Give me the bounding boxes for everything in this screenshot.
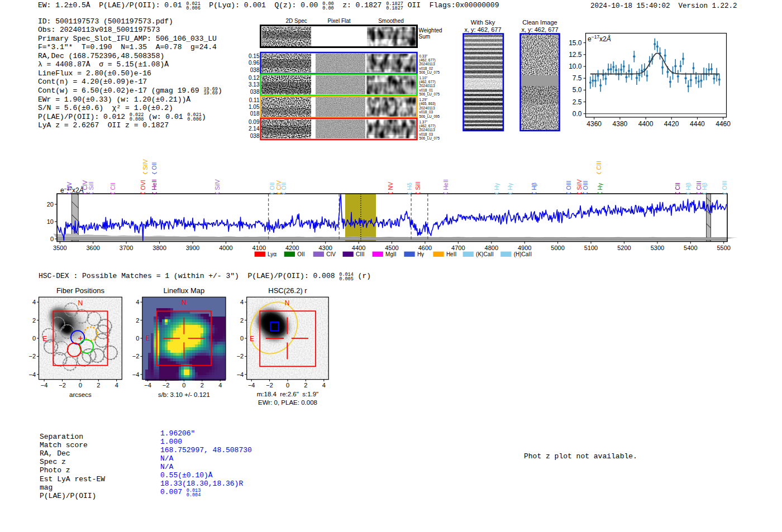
svg-text:5300: 5300 — [651, 245, 664, 251]
svg-text:2: 2 — [32, 317, 36, 324]
svg-text:OII: OII — [297, 251, 304, 257]
svg-text:5400: 5400 — [684, 245, 697, 251]
svg-text:−4: −4 — [28, 371, 36, 378]
svg-text:Pixel Flat: Pixel Flat — [327, 18, 350, 24]
svg-text:4440: 4440 — [690, 120, 705, 128]
svg-text:4500: 4500 — [385, 245, 398, 251]
svg-text:4: 4 — [136, 299, 139, 305]
svg-text:−4: −4 — [237, 371, 244, 378]
svg-text:Hβ: Hβ — [701, 183, 708, 190]
svg-text:Smoothed: Smoothed — [378, 18, 404, 24]
svg-text:EWr: 0, PLAE: 0.008: EWr: 0, PLAE: 0.008 — [258, 399, 317, 406]
svg-text:4420: 4420 — [664, 120, 679, 128]
svg-text:4: 4 — [32, 299, 36, 305]
svg-text:4000: 4000 — [219, 245, 232, 251]
svg-text:2: 2 — [304, 382, 307, 389]
svg-text:4400: 4400 — [638, 120, 654, 128]
svg-text:OIII: OIII — [721, 181, 728, 190]
svg-text:4: 4 — [115, 382, 118, 389]
svg-text:5100: 5100 — [584, 245, 598, 251]
svg-text:SiIV: SiIV — [142, 159, 149, 170]
svg-text:NV: NV — [387, 182, 394, 190]
svg-text:2.5: 2.5 — [573, 98, 582, 106]
svg-text:0.12: 0.12 — [249, 75, 260, 81]
svg-text:Sum: Sum — [419, 33, 431, 40]
svg-text:10.0: 10.0 — [569, 63, 582, 70]
svg-text:038: 038 — [250, 133, 260, 139]
svg-text:Hβ: Hβ — [685, 183, 692, 190]
svg-text:3500: 3500 — [53, 245, 66, 251]
svg-text:3700: 3700 — [120, 245, 133, 251]
svg-text:(K)CaII: (K)CaII — [476, 251, 494, 257]
svg-text:15.0: 15.0 — [569, 39, 582, 47]
svg-text:CII: CII — [674, 183, 681, 190]
svg-text:3600: 3600 — [86, 245, 99, 251]
svg-text:HeII: HeII — [442, 179, 449, 190]
svg-text:4600: 4600 — [418, 245, 432, 251]
svg-text:7.5: 7.5 — [573, 74, 582, 82]
svg-text:NV: NV — [66, 182, 73, 190]
svg-text:12.5: 12.5 — [569, 51, 582, 59]
svg-text:E: E — [146, 334, 150, 342]
svg-text:Clean Image: Clean Image — [522, 19, 557, 26]
svg-text:SiII: SiII — [88, 181, 94, 190]
svg-text:10: 10 — [47, 218, 54, 225]
svg-text:CIII: CIII — [356, 251, 365, 257]
svg-text:−2: −2 — [266, 382, 273, 389]
svg-text:arcsecs: arcsecs — [69, 391, 92, 398]
svg-text:Weighted: Weighted — [419, 27, 442, 33]
svg-text:5000: 5000 — [551, 245, 564, 251]
svg-text:0.0: 0.0 — [573, 110, 582, 118]
svg-text:0.15: 0.15 — [249, 53, 260, 59]
svg-text:OIII: OIII — [565, 181, 572, 190]
svg-text:20: 20 — [47, 201, 54, 208]
svg-text:1.29": 1.29" — [419, 98, 428, 102]
svg-text:2: 2 — [136, 317, 139, 324]
svg-text:CIII: CIII — [595, 161, 602, 170]
svg-text:OIII: OIII — [582, 181, 589, 190]
svg-text:−4: −4 — [41, 382, 48, 389]
svg-text:HSC(26.2) r: HSC(26.2) r — [268, 286, 307, 295]
svg-text:OII: OII — [269, 182, 275, 190]
svg-text:0: 0 — [50, 236, 54, 242]
svg-text:Hγ: Hγ — [417, 251, 424, 257]
svg-text:4700: 4700 — [451, 245, 465, 251]
svg-text:4: 4 — [322, 382, 326, 389]
svg-text:MgII: MgII — [385, 251, 396, 257]
svg-text:4900: 4900 — [518, 245, 531, 251]
svg-text:OII: OII — [151, 162, 158, 170]
svg-text:−4: −4 — [132, 371, 140, 378]
svg-text:0.11: 0.11 — [249, 97, 260, 103]
svg-text:SiII: SiII — [414, 181, 421, 190]
svg-text:E: E — [42, 335, 47, 343]
svg-text:2D Spec: 2D Spec — [286, 18, 307, 24]
svg-text:0: 0 — [182, 382, 185, 389]
svg-text:Lineflux Map: Lineflux Map — [164, 286, 205, 295]
svg-text:(H)CaII: (H)CaII — [514, 251, 532, 257]
svg-text:4100: 4100 — [252, 245, 266, 251]
svg-text:HeII: HeII — [446, 251, 456, 257]
svg-text:4800: 4800 — [485, 245, 498, 251]
svg-text:E: E — [250, 335, 254, 343]
svg-text:−4: −4 — [144, 382, 151, 389]
svg-text:5.0: 5.0 — [573, 86, 582, 94]
svg-text:3.13: 3.13 — [249, 82, 260, 88]
svg-text:0: 0 — [286, 382, 289, 389]
svg-text:506_LU_075: 506_LU_075 — [419, 136, 440, 141]
svg-text:−2: −2 — [132, 353, 140, 360]
svg-text:−2: −2 — [237, 353, 244, 360]
svg-text:SiIV: SiIV — [214, 179, 221, 190]
svg-text:0.09: 0.09 — [249, 119, 260, 125]
svg-text:Hγ: Hγ — [493, 183, 500, 190]
svg-text:038: 038 — [250, 89, 260, 95]
svg-text:038: 038 — [250, 67, 260, 73]
svg-text:1.37": 1.37" — [419, 120, 428, 124]
svg-text:4: 4 — [218, 382, 222, 389]
svg-text:4380: 4380 — [613, 120, 628, 128]
svg-text:Hδ: Hδ — [406, 183, 413, 190]
svg-text:1.10": 1.10" — [419, 76, 428, 80]
svg-text:0: 0 — [240, 335, 244, 342]
svg-text:2: 2 — [97, 382, 100, 389]
svg-text:20240113: 20240113 — [419, 84, 435, 88]
svg-text:0: 0 — [136, 335, 139, 342]
